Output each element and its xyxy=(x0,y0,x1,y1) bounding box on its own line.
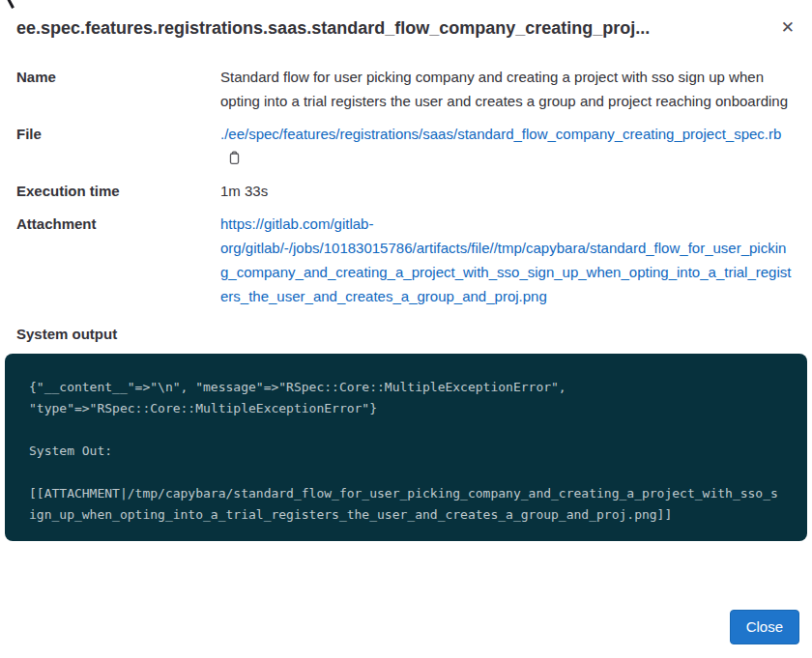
detail-row-attachment: Attachment https://gitlab.com/gitlab-org… xyxy=(16,212,793,308)
copy-to-clipboard-icon xyxy=(227,154,242,168)
execution-time-label: Execution time xyxy=(16,179,220,203)
file-link[interactable]: ./ee/spec/features/registrations/saas/st… xyxy=(220,126,781,142)
modal-title: ee.spec.features.registrations.saas.stan… xyxy=(16,14,777,42)
system-output-block: {"__content__"=>"\n", "message"=>"RSpec:… xyxy=(5,354,807,541)
modal-body: Name Standard flow for user picking comp… xyxy=(0,42,812,610)
modal-footer: Close xyxy=(0,610,812,658)
close-icon[interactable]: ✕ xyxy=(777,14,798,42)
execution-time-value: 1m 33s xyxy=(220,179,793,203)
copy-file-path-button[interactable] xyxy=(227,151,242,167)
attachment-link[interactable]: https://gitlab.com/gitlab-org/gitlab/-/j… xyxy=(220,215,791,304)
file-label: File xyxy=(16,122,220,170)
detail-row-execution-time: Execution time 1m 33s xyxy=(16,179,793,203)
close-button[interactable]: Close xyxy=(730,610,799,644)
name-label: Name xyxy=(16,65,220,113)
attachment-value: https://gitlab.com/gitlab-org/gitlab/-/j… xyxy=(220,212,793,308)
system-output-label: System output xyxy=(16,324,793,345)
detail-row-file: File ./ee/spec/features/registrations/sa… xyxy=(16,122,793,170)
test-case-details-modal: ee.spec.features.registrations.saas.stan… xyxy=(0,0,812,658)
modal-header: ee.spec.features.registrations.saas.stan… xyxy=(0,0,812,42)
detail-row-name: Name Standard flow for user picking comp… xyxy=(16,65,793,113)
attachment-label: Attachment xyxy=(16,212,220,308)
name-value: Standard flow for user picking company a… xyxy=(220,65,793,113)
file-value: ./ee/spec/features/registrations/saas/st… xyxy=(220,122,793,170)
